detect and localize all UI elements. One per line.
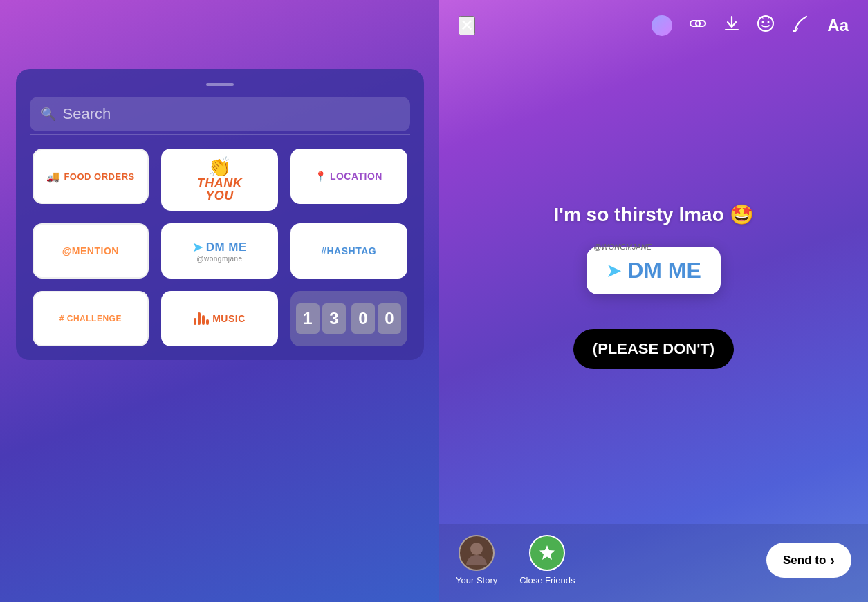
story-toolbar: ✕ xyxy=(439,0,868,48)
countdown-digit-1: 1 xyxy=(296,303,320,334)
challenge-sticker[interactable]: # CHALLENGE xyxy=(33,291,149,346)
link-icon[interactable] xyxy=(689,16,707,35)
story-editor-panel: ✕ xyxy=(439,0,868,602)
countdown-sticker[interactable]: 1 3 0 0 xyxy=(290,291,407,346)
draw-icon[interactable] xyxy=(791,14,811,37)
send-to-button[interactable]: Send to › xyxy=(766,543,851,578)
search-bar[interactable]: 🔍 Search xyxy=(30,97,410,131)
truck-icon: 🚚 xyxy=(46,170,61,183)
story-caption: I'm so thirsty lmao 🤩 xyxy=(553,203,753,226)
download-icon[interactable] xyxy=(723,15,740,37)
pin-icon: 📍 xyxy=(315,171,327,182)
location-sticker[interactable]: 📍 LOCATION xyxy=(290,149,407,204)
close-friends-icon xyxy=(529,535,565,571)
dm-me-story-sticker[interactable]: @WONGMJANE ➤ DM ME xyxy=(587,247,721,294)
close-friends-option[interactable]: Close Friends xyxy=(519,535,575,585)
please-dont-text: (PLEASE DON'T) xyxy=(573,329,734,369)
close-friends-label: Close Friends xyxy=(519,575,575,585)
thank-you-text: THANK YOU xyxy=(197,177,243,202)
story-canvas: I'm so thirsty lmao 🤩 @WONGMJANE ➤ DM ME… xyxy=(439,48,868,524)
svg-point-3 xyxy=(470,543,483,555)
dm-me-label: DM ME xyxy=(206,241,247,254)
dm-me-content: ➤ DM ME xyxy=(192,240,247,255)
sticker-grid: 🚚 FOOD ORDERS 👏 THANK YOU 📍 LOCATION @ME… xyxy=(30,149,410,346)
music-bars-icon xyxy=(194,312,209,325)
dm-username: @wongmjane xyxy=(196,255,242,263)
chevron-right-icon: › xyxy=(830,552,835,568)
mention-label: @MENTION xyxy=(62,245,119,256)
challenge-label: # CHALLENGE xyxy=(59,314,122,323)
send-to-label: Send to xyxy=(783,554,826,567)
location-label: LOCATION xyxy=(330,171,382,182)
send-icon: ➤ xyxy=(192,240,203,255)
music-sticker[interactable]: MUSIC xyxy=(161,291,278,346)
svg-point-1 xyxy=(762,21,764,23)
countdown-digit-3: 0 xyxy=(351,303,375,334)
countdown-digit-2: 3 xyxy=(322,303,346,334)
search-input[interactable]: Search xyxy=(63,105,111,123)
story-share-options: Your Story Close Friends xyxy=(456,535,575,585)
svg-marker-4 xyxy=(539,545,555,560)
text-tool-button[interactable]: Aa xyxy=(827,16,849,35)
countdown-digit-4: 0 xyxy=(378,303,401,334)
hashtag-sticker[interactable]: #HASHTAG xyxy=(290,223,407,279)
color-picker-icon[interactable] xyxy=(652,15,672,36)
search-divider xyxy=(30,134,410,135)
thank-you-sticker[interactable]: 👏 THANK YOU xyxy=(161,149,278,211)
dm-me-overlay-username: @WONGMJANE xyxy=(593,243,652,251)
user-avatar xyxy=(459,535,495,571)
dm-me-sticker[interactable]: ➤ DM ME @wongmjane xyxy=(161,223,278,279)
close-button[interactable]: ✕ xyxy=(459,16,475,35)
hashtag-label: #HASHTAG xyxy=(321,245,376,256)
svg-point-2 xyxy=(768,21,770,23)
sticker-sheet: 🔍 Search 🚚 FOOD ORDERS 👏 THANK YOU 📍 xyxy=(16,69,424,360)
dm-me-sticker-label: DM ME xyxy=(627,258,701,283)
food-orders-sticker[interactable]: 🚚 FOOD ORDERS xyxy=(33,149,149,204)
clapping-hands-icon: 👏 xyxy=(207,158,232,177)
music-label: MUSIC xyxy=(212,313,246,324)
sheet-handle xyxy=(206,83,234,86)
your-story-label: Your Story xyxy=(456,575,497,585)
dm-me-arrow-icon: ➤ xyxy=(606,261,622,281)
search-icon: 🔍 xyxy=(41,106,56,122)
mention-sticker[interactable]: @MENTION xyxy=(33,223,149,279)
food-orders-label: FOOD ORDERS xyxy=(64,171,134,182)
your-story-option[interactable]: Your Story xyxy=(456,535,497,585)
toolbar-icons: Aa xyxy=(652,14,849,37)
face-effect-icon[interactable] xyxy=(757,15,775,37)
story-share-bar: Your Story Close Friends Send to › xyxy=(439,524,868,602)
sticker-picker-panel: 🔍 Search 🚚 FOOD ORDERS 👏 THANK YOU 📍 xyxy=(0,0,439,602)
